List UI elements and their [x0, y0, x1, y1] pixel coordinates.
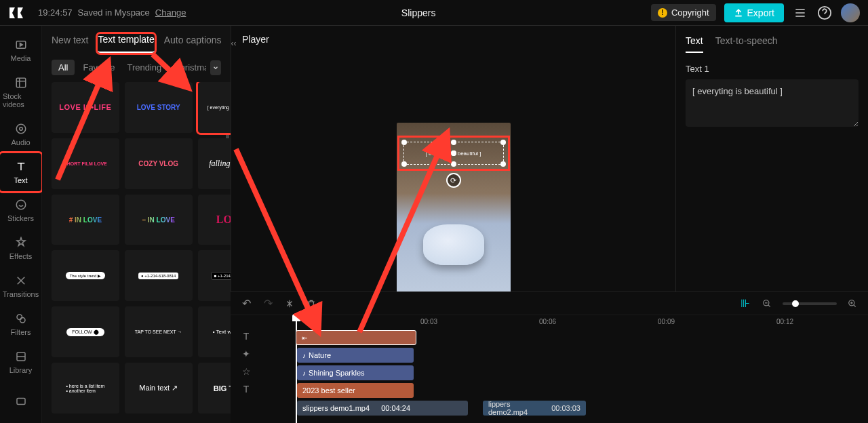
tab-tts[interactable]: Text-to-speech: [715, 35, 778, 53]
sidebar-item-text[interactable]: Text: [0, 153, 41, 191]
template-item[interactable]: • Text with point: [198, 306, 231, 357]
top-bar: 19:24:57 Saved in Myspace Change Slipper…: [0, 0, 868, 26]
transitions-icon: [14, 274, 28, 287]
tab-new-text[interactable]: New text: [52, 35, 88, 52]
help-icon[interactable]: [816, 5, 833, 21]
audio-icon: ♪: [302, 352, 306, 359]
app-logo: [8, 6, 24, 20]
filter-more-button[interactable]: [210, 60, 221, 75]
templates-panel: New text Text template Auto captions ‹‹ …: [42, 26, 231, 423]
user-avatar[interactable]: [841, 3, 860, 22]
panel-tabs: New text Text template Auto captions ‹‹: [42, 26, 231, 53]
template-item[interactable]: LOVE: [198, 195, 231, 245]
template-item[interactable]: LOVE IS•LIFE: [52, 82, 119, 133]
timeline-tracks: T ✦ ☆ T ⇤ ♪Nature ♪Shining Sparkles 2023…: [231, 330, 868, 331]
stock-icon: [14, 76, 28, 89]
template-preview-text: FOLLOW ⬤: [66, 328, 104, 336]
template-preview-text: falling in love: [209, 159, 231, 169]
clip-video-demo2[interactable]: lippers demo2.mp4 00:03:03: [483, 401, 586, 416]
svg-rect-9: [17, 399, 25, 405]
template-preview-text: SHORT FILM LOVE: [64, 161, 107, 166]
save-status: 19:24:57 Saved in Myspace Change: [38, 7, 186, 18]
sidebar-item-library[interactable]: Library: [0, 343, 41, 381]
template-item[interactable]: TAP TO SEE NEXT →: [125, 306, 193, 357]
timeline-ruler[interactable]: 00:03 00:06 00:09 00:12: [231, 315, 868, 330]
magnet-button[interactable]: ⊪: [739, 298, 751, 310]
template-item[interactable]: The style trend ▶: [52, 250, 119, 301]
text-field-label: Text 1: [686, 64, 859, 74]
sidebar-item-transitions[interactable]: Transitions: [0, 267, 41, 305]
sidebar-item-media[interactable]: Media: [0, 31, 41, 69]
clip-text-template[interactable]: ⇤: [296, 330, 416, 345]
properties-tabs: Text Text-to-speech: [686, 35, 859, 53]
filter-favorite[interactable]: Favorite: [79, 60, 119, 75]
filter-christmas[interactable]: Christmas: [170, 60, 206, 75]
top-right-actions: ! Copyright Export: [651, 3, 860, 22]
track-type-icons: T ✦ ☆ T: [240, 330, 252, 395]
selected-text-overlay[interactable]: [ everyting is beautiful ]: [403, 142, 504, 165]
template-item[interactable]: BIG TITLE: [198, 363, 231, 414]
upload-icon: [734, 8, 743, 18]
rotate-handle-icon[interactable]: ⟳: [446, 173, 461, 188]
template-item[interactable]: Main text ↗: [125, 363, 193, 414]
sidebar-item-effects[interactable]: Effects: [0, 229, 41, 267]
sidebar-item-more[interactable]: [0, 388, 41, 415]
zoom-slider[interactable]: [783, 302, 837, 305]
text2-track-icon[interactable]: T: [240, 383, 252, 395]
template-item[interactable]: – IN LOVE: [125, 195, 193, 245]
template-item[interactable]: ● +1-214-618-0814: [125, 250, 193, 301]
template-preview-text: BIG TITLE: [214, 384, 231, 392]
template-preview-text: COZY VLOG: [138, 160, 178, 167]
text-track-icon[interactable]: T: [240, 330, 252, 342]
template-item[interactable]: FOLLOW ⬤: [52, 306, 119, 357]
layout-icon[interactable]: [792, 5, 808, 21]
template-preview-text: LOVE IS•LIFE: [59, 103, 111, 111]
filter-trending[interactable]: Trending: [123, 60, 165, 75]
template-preview-text: ■ +1-214-618-0814: [211, 272, 231, 280]
template-item[interactable]: COZY VLOG: [125, 138, 193, 189]
undo-button[interactable]: ↶: [240, 298, 252, 310]
expand-icon: ⇤: [302, 334, 307, 342]
clip-audio-nature[interactable]: ♪Nature: [297, 348, 414, 363]
export-button[interactable]: Export: [724, 3, 784, 22]
template-item[interactable]: ■ +1-214-618-0814: [198, 250, 231, 301]
timeline-toolbar: ↶ ↷ ⊪: [231, 292, 868, 315]
project-title: Slippers: [186, 7, 651, 18]
template-preview-text: Main text ↗: [139, 384, 178, 392]
svg-rect-2: [16, 78, 26, 87]
sidebar-item-stock[interactable]: Stock videos: [0, 69, 41, 115]
sidebar-item-audio[interactable]: Audio: [0, 115, 41, 153]
clip-audio-sparkles[interactable]: ♪Shining Sparkles: [297, 365, 414, 380]
sticker-track-icon[interactable]: ☆: [240, 365, 252, 378]
template-preview-text: ● +1-214-618-0814: [138, 273, 179, 279]
redo-button[interactable]: ↷: [262, 298, 274, 310]
effects-icon: [14, 236, 28, 249]
split-button[interactable]: [283, 298, 296, 310]
template-item[interactable]: [ everyting is beautiful ]☆+: [198, 82, 231, 133]
delete-button[interactable]: [305, 298, 317, 310]
filter-tabs: All Favorite Trending Christmas: [42, 53, 231, 82]
timestamp: 19:24:57: [38, 7, 73, 18]
tab-text-template[interactable]: Text template: [98, 34, 154, 53]
clip-text-bestseller[interactable]: 2023 best seller: [297, 383, 414, 398]
filter-all[interactable]: All: [52, 60, 75, 75]
clip-video-demo1[interactable]: slippers demo1.mp4 00:04:24: [297, 401, 468, 416]
template-item[interactable]: falling in love: [198, 138, 231, 189]
template-preview-text: • Text with point: [213, 329, 231, 335]
sidebar-item-filters[interactable]: Filters: [0, 305, 41, 343]
zoom-in-button[interactable]: [846, 298, 859, 310]
copyright-button[interactable]: ! Copyright: [651, 4, 716, 21]
text-content-input[interactable]: [686, 79, 859, 127]
sidebar-item-stickers[interactable]: Stickers: [0, 191, 41, 229]
template-item[interactable]: • here is a list item • another item: [52, 363, 119, 414]
tab-text-props[interactable]: Text: [686, 35, 703, 53]
template-item[interactable]: SHORT FILM LOVE: [52, 138, 119, 189]
template-item[interactable]: LOVE STORY: [125, 82, 193, 133]
tab-auto-captions[interactable]: Auto captions: [164, 35, 222, 52]
warning-icon: !: [658, 8, 667, 18]
template-item[interactable]: # IN LOVE: [52, 195, 119, 245]
preview-content: [423, 224, 484, 265]
change-link[interactable]: Change: [155, 7, 186, 18]
zoom-out-button[interactable]: [761, 298, 773, 310]
fx-track-icon[interactable]: ✦: [240, 348, 252, 360]
